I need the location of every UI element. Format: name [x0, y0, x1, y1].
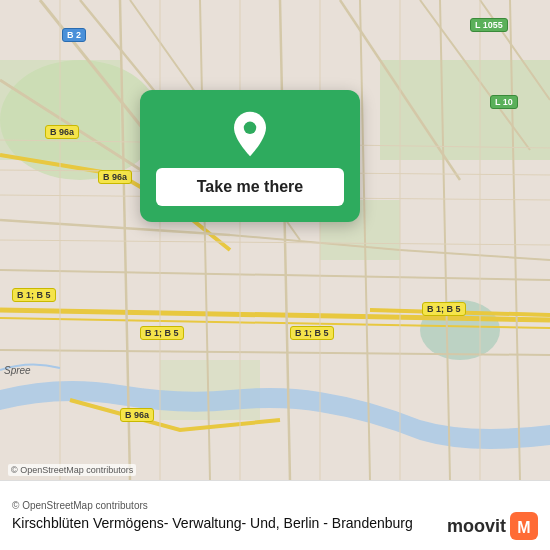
location-pin-icon	[226, 110, 274, 158]
road-badge-b96a-2: B 96a	[98, 170, 132, 184]
attribution-text: © OpenStreetMap contributors	[12, 500, 538, 511]
svg-point-17	[244, 122, 256, 134]
road-badge-b96a-3: B 96a	[120, 408, 154, 422]
moovit-brand-icon: M	[510, 512, 538, 540]
road-badge-l10: L 10	[490, 95, 518, 109]
spree-label: Spree	[4, 365, 31, 376]
bottom-bar: © OpenStreetMap contributors Kirschblüte…	[0, 480, 550, 550]
svg-text:M: M	[517, 519, 530, 536]
road-badge-b1b5-2: B 1; B 5	[140, 326, 184, 340]
road-badge-b96a-1: B 96a	[45, 125, 79, 139]
take-me-there-button[interactable]: Take me there	[156, 168, 344, 206]
location-card: Take me there	[140, 90, 360, 222]
road-badge-l1055: L 1055	[470, 18, 508, 32]
road-badge-b1b5-1: B 1; B 5	[12, 288, 56, 302]
road-badge-b1b5-4: B 1; B 5	[422, 302, 466, 316]
moovit-logo: moovit M	[447, 512, 538, 540]
moovit-brand-text: moovit	[447, 516, 506, 537]
map-svg	[0, 0, 550, 480]
map-container: B 2 L 1055 B 96a B 96a L 10 B 1; B 5 B 1…	[0, 0, 550, 480]
road-badge-b2: B 2	[62, 28, 86, 42]
svg-rect-3	[380, 60, 550, 160]
map-attribution: © OpenStreetMap contributors	[8, 464, 136, 476]
road-badge-b1b5-3: B 1; B 5	[290, 326, 334, 340]
